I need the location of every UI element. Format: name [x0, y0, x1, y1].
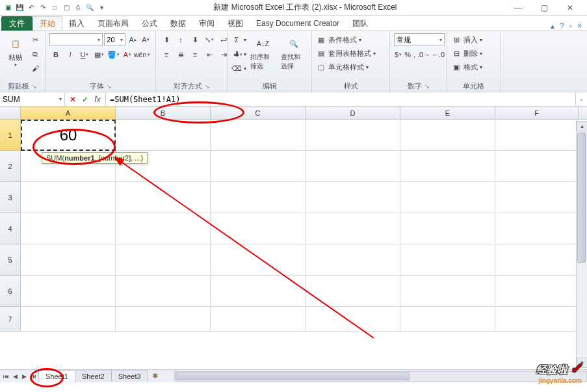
align-left-icon[interactable]: ≡	[160, 48, 173, 61]
sheet-tab-1[interactable]: Sheet1	[38, 371, 75, 382]
underline-button[interactable]: U▾	[78, 48, 91, 61]
cell-a3[interactable]	[21, 182, 116, 213]
cell-e7[interactable]	[400, 307, 495, 332]
accounting-format-icon[interactable]: $▾	[394, 48, 402, 61]
border-button[interactable]: ▦▾	[92, 48, 105, 61]
cell-d3[interactable]	[306, 182, 400, 213]
tab-file[interactable]: 文件	[1, 16, 33, 31]
insert-cells-button[interactable]: ⊞插入▾	[451, 33, 482, 46]
active-cell-a1[interactable]: 60	[21, 120, 116, 151]
clipboard-launcher-icon[interactable]: ↘	[32, 83, 37, 90]
italic-button[interactable]: I	[64, 48, 77, 61]
tab-edc[interactable]: Easy Document Creator	[250, 16, 346, 31]
tab-data[interactable]: 数据	[164, 16, 192, 31]
column-header-b[interactable]: B	[116, 107, 211, 119]
align-center-icon[interactable]: ≣	[174, 48, 187, 61]
vertical-scrollbar[interactable]: ▲ ▼	[576, 121, 587, 368]
format-cells-button[interactable]: ▣格式▾	[451, 60, 482, 73]
orientation-icon[interactable]: ⤡▾	[203, 33, 216, 46]
scroll-up-icon[interactable]: ▲	[577, 121, 587, 131]
decrease-decimal-icon[interactable]: ←.0	[432, 48, 445, 61]
cell-f7[interactable]	[495, 307, 579, 332]
help-icon[interactable]: ?	[560, 21, 564, 31]
row-header-3[interactable]: 3	[0, 182, 21, 213]
cell-a4[interactable]	[21, 213, 116, 244]
cell-d6[interactable]	[306, 276, 400, 307]
row-header-6[interactable]: 6	[0, 276, 21, 307]
sheet-tab-3[interactable]: Sheet3	[111, 371, 148, 382]
copy-icon[interactable]: ⧉	[30, 49, 40, 59]
minimize-button[interactable]: —	[509, 3, 527, 12]
cell-d1[interactable]	[306, 120, 400, 151]
cell-d4[interactable]	[306, 213, 400, 244]
sheet-nav-next-icon[interactable]: ▶	[20, 372, 29, 381]
cell-c4[interactable]	[211, 213, 306, 244]
formula-input[interactable]: =SUM(Sheet1!A1)	[105, 92, 575, 106]
cell-e1[interactable]	[400, 120, 495, 151]
print-icon[interactable]: ⎙	[73, 3, 83, 13]
font-size-select[interactable]: 20▾	[104, 33, 125, 46]
cell-b1[interactable]	[116, 120, 211, 151]
tab-formulas[interactable]: 公式	[135, 16, 164, 31]
tab-view[interactable]: 视图	[221, 16, 250, 31]
comma-format-icon[interactable]: ,	[413, 48, 416, 61]
ribbon-restore-icon[interactable]: ▫	[569, 21, 572, 31]
redo-icon[interactable]: ↷	[38, 3, 48, 13]
sheet-nav-last-icon[interactable]: ⏭	[29, 372, 38, 381]
cell-b6[interactable]	[116, 276, 211, 307]
cell-c6[interactable]	[211, 276, 306, 307]
name-box[interactable]: SUM ▾	[0, 92, 65, 106]
increase-decimal-icon[interactable]: .0→	[417, 48, 430, 61]
align-bottom-icon[interactable]: ⬇	[189, 33, 202, 46]
cell-c5[interactable]	[211, 244, 306, 276]
alignment-launcher-icon[interactable]: ↘	[205, 83, 210, 90]
increase-font-icon[interactable]: A▴	[127, 33, 138, 46]
save-icon[interactable]: 💾	[14, 3, 25, 13]
sheet-nav-prev-icon[interactable]: ◀	[10, 372, 20, 381]
format-table-button[interactable]: ▤套用表格格式▾	[316, 47, 376, 60]
cell-c7[interactable]	[211, 307, 306, 332]
font-color-button[interactable]: A▾	[121, 48, 134, 61]
row-header-5[interactable]: 5	[0, 244, 21, 276]
fill-icon[interactable]: ⬇	[231, 49, 242, 59]
decrease-font-icon[interactable]: A▾	[140, 33, 151, 46]
worksheet-grid[interactable]: 1 2 3 4 5 6 7 60 SUM(number1, [number2],…	[0, 120, 587, 369]
tab-review[interactable]: 审阅	[192, 16, 221, 31]
cell-a5[interactable]	[21, 244, 116, 276]
fill-color-button[interactable]: 🪣▾	[107, 48, 120, 61]
sheet-tab-2[interactable]: Sheet2	[75, 371, 112, 382]
preview-icon[interactable]: 🔍	[85, 3, 95, 13]
tab-home[interactable]: 开始	[33, 16, 62, 31]
cell-e5[interactable]	[400, 244, 495, 276]
column-header-c[interactable]: C	[211, 107, 306, 119]
cell-b7[interactable]	[116, 307, 211, 332]
clear-icon[interactable]: ⌫	[231, 63, 242, 73]
name-box-dropdown-icon[interactable]: ▾	[59, 96, 62, 102]
qa-more-icon[interactable]: ▾	[96, 3, 107, 13]
horizontal-scroll-thumb[interactable]	[176, 372, 410, 380]
enter-formula-icon[interactable]: ✓	[79, 95, 91, 104]
autosum-icon[interactable]: Σ	[231, 34, 242, 45]
cell-c3[interactable]	[211, 182, 306, 213]
row-header-1[interactable]: 1	[0, 120, 21, 151]
tab-insert[interactable]: 插入	[62, 16, 91, 31]
horizontal-scrollbar[interactable]	[174, 371, 587, 382]
cell-styles-button[interactable]: ▢单元格样式▾	[316, 60, 376, 73]
open-icon[interactable]: ▢	[61, 3, 72, 13]
cell-f3[interactable]	[495, 182, 579, 213]
cell-a6[interactable]	[21, 276, 116, 307]
cell-f4[interactable]	[495, 213, 579, 244]
ribbon-close-icon[interactable]: ×	[577, 21, 582, 31]
maximize-button[interactable]: ▢	[535, 3, 553, 12]
cell-b5[interactable]	[116, 244, 211, 276]
align-middle-icon[interactable]: ↕	[174, 33, 187, 46]
column-header-e[interactable]: E	[400, 107, 495, 119]
cell-e3[interactable]	[400, 182, 495, 213]
cell-e2[interactable]	[400, 151, 495, 182]
number-format-select[interactable]: 常规▾	[394, 33, 445, 46]
percent-format-icon[interactable]: %	[404, 48, 411, 61]
font-launcher-icon[interactable]: ↘	[107, 83, 112, 90]
cell-d7[interactable]	[306, 307, 400, 332]
row-header-2[interactable]: 2	[0, 151, 21, 182]
sheet-nav-first-icon[interactable]: ⏮	[1, 372, 10, 381]
